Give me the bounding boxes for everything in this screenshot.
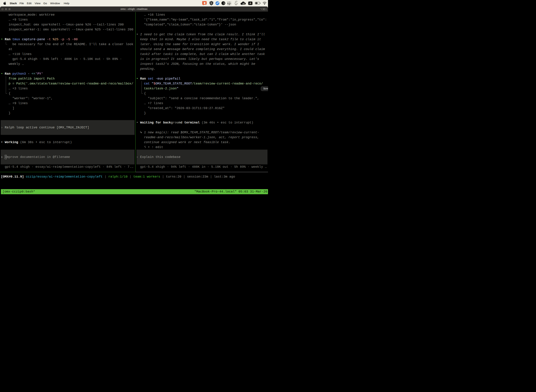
svg-text:A: A (249, 2, 251, 5)
svg-text:..61: ..61 (242, 3, 245, 5)
